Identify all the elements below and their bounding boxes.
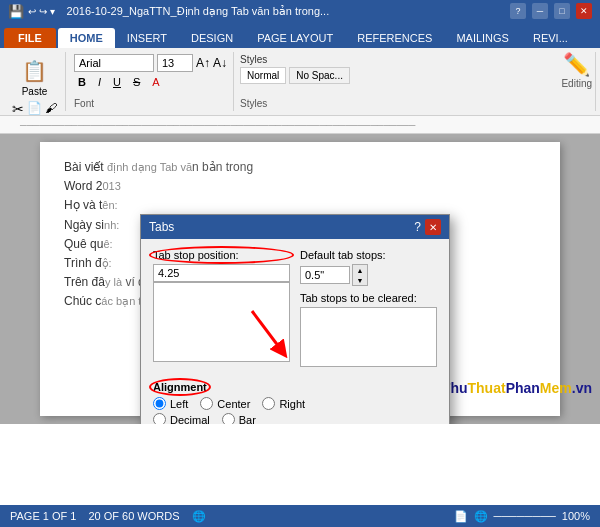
styles-group: Styles Normal No Spac... Styles xyxy=(236,52,596,111)
dialog-help-btn[interactable]: ? xyxy=(414,220,421,234)
align-center-option[interactable]: Center xyxy=(200,397,250,410)
to-clear-listbox[interactable] xyxy=(300,307,437,367)
styles-row: Normal No Spac... xyxy=(240,67,591,84)
view-web-icon[interactable]: 🌐 xyxy=(474,510,488,523)
tab-file[interactable]: FILE xyxy=(4,28,56,48)
align-right-radio[interactable] xyxy=(262,397,275,410)
styles-label: Styles xyxy=(240,96,591,109)
to-clear-section: Tab stops to be cleared: xyxy=(300,292,437,367)
copy-btn[interactable]: 📄 xyxy=(27,101,42,117)
alignment-row-2: Decimal Bar xyxy=(153,413,437,424)
align-left-radio[interactable] xyxy=(153,397,166,410)
tab-home[interactable]: HOME xyxy=(58,28,115,48)
dialog-title: Tabs xyxy=(149,220,174,234)
font-size-input[interactable]: 13 xyxy=(157,54,193,72)
align-decimal-radio[interactable] xyxy=(153,413,166,424)
editing-label: Editing xyxy=(561,78,592,89)
bold-btn[interactable]: B xyxy=(74,74,90,90)
tab-design[interactable]: DESIGN xyxy=(179,28,245,48)
font-row1: Arial 13 A↑ A↓ xyxy=(74,54,227,72)
default-stops-row: ▲ ▼ xyxy=(300,264,437,286)
align-bar-radio[interactable] xyxy=(222,413,235,424)
strikethrough-btn[interactable]: S xyxy=(129,74,144,90)
align-left-option[interactable]: Left xyxy=(153,397,188,410)
tab-page-layout[interactable]: PAGE LAYOUT xyxy=(245,28,345,48)
ruler-markings: ────────────────────────────────────────… xyxy=(20,120,415,130)
language-icon: 🌐 xyxy=(192,510,206,523)
align-right-option[interactable]: Right xyxy=(262,397,305,410)
paste-btn[interactable]: 📋 Paste xyxy=(14,54,56,99)
align-bar-option[interactable]: Bar xyxy=(222,413,256,424)
tab-stop-listbox[interactable] xyxy=(153,282,290,362)
view-print-icon[interactable]: 📄 xyxy=(454,510,468,523)
underline-btn[interactable]: U xyxy=(109,74,125,90)
tabs-dialog: Tabs ? ✕ Tab stop position: xyxy=(140,214,450,424)
help-icon[interactable]: ? xyxy=(510,3,526,19)
statusbar: PAGE 1 OF 1 20 OF 60 WORDS 🌐 📄 🌐 ───────… xyxy=(0,505,600,527)
format-painter-btn[interactable]: 🖌 xyxy=(45,101,57,117)
close-btn[interactable]: ✕ xyxy=(576,3,592,19)
font-color-btn[interactable]: A xyxy=(148,74,163,90)
dialog-overlay: Tabs ? ✕ Tab stop position: xyxy=(0,134,600,424)
tab-review[interactable]: REVI... xyxy=(521,28,580,48)
font-row2: B I U S A xyxy=(74,74,227,90)
tab-insert[interactable]: INSERT xyxy=(115,28,179,48)
statusbar-left: PAGE 1 OF 1 20 OF 60 WORDS 🌐 xyxy=(10,510,206,523)
editing-area: ✏️ Editing xyxy=(561,52,592,89)
ruler: ────────────────────────────────────────… xyxy=(0,116,600,134)
spin-down-btn[interactable]: ▼ xyxy=(353,275,367,285)
italic-btn[interactable]: I xyxy=(94,74,105,90)
no-spacing-style[interactable]: No Spac... xyxy=(289,67,350,84)
ribbon-tabs: FILE HOME INSERT DESIGN PAGE LAYOUT REFE… xyxy=(0,22,600,48)
tab-stop-col: Tab stop position: xyxy=(153,249,290,367)
ribbon: 📋 Paste ✂ 📄 🖌 Clipboard Arial 13 A↑ A↓ B… xyxy=(0,48,600,116)
default-stops-col: Default tab stops: ▲ ▼ Tab stops to be c… xyxy=(300,249,437,367)
tab-references[interactable]: REFERENCES xyxy=(345,28,444,48)
alignment-section: Alignment Left Center Righ xyxy=(153,375,437,424)
dialog-body: Tab stop position: Default tab stops: ▲ xyxy=(141,239,449,424)
alignment-row-1: Left Center Right xyxy=(153,397,437,410)
font-group: Arial 13 A↑ A↓ B I U S A Font xyxy=(68,52,234,111)
tab-mailings[interactable]: MAILINGS xyxy=(444,28,521,48)
tab-stop-input[interactable] xyxy=(153,264,290,282)
alignment-radio-group: Left Center Right Decimal xyxy=(153,397,437,424)
cut-btn[interactable]: ✂ xyxy=(12,101,24,117)
word-icon: 💾 xyxy=(8,4,24,19)
titlebar: 💾 ↩ ↪ ▾ 2016-10-29_NgaTTN_Định dạng Tab … xyxy=(0,0,600,22)
quick-access: ↩ ↪ ▾ xyxy=(28,6,55,17)
statusbar-right: 📄 🌐 ──────── 100% xyxy=(454,510,591,523)
maximize-btn[interactable]: □ xyxy=(554,3,570,19)
zoom-level: 100% xyxy=(562,510,590,522)
styles-area: Styles xyxy=(240,54,591,65)
doc-area: Bài viết định dạng Tab văn bản trong Wor… xyxy=(0,134,600,424)
default-stops-input[interactable] xyxy=(300,266,350,284)
to-clear-label: Tab stops to be cleared: xyxy=(300,292,437,304)
shrink-font-btn[interactable]: A↓ xyxy=(213,56,227,70)
tab-stop-label: Tab stop position: xyxy=(153,249,290,261)
clipboard-group: 📋 Paste ✂ 📄 🖌 Clipboard xyxy=(4,52,66,111)
alignment-label: Alignment xyxy=(153,381,207,393)
titlebar-controls: ? ─ □ ✕ xyxy=(510,3,592,19)
editing-icon: ✏️ xyxy=(563,52,590,78)
normal-style[interactable]: Normal xyxy=(240,67,286,84)
align-decimal-option[interactable]: Decimal xyxy=(153,413,210,424)
default-stops-label: Default tab stops: xyxy=(300,249,437,261)
dialog-top-row: Tab stop position: Default tab stops: ▲ xyxy=(153,249,437,367)
paste-label: Paste xyxy=(22,86,48,97)
grow-font-btn[interactable]: A↑ xyxy=(196,56,210,70)
zoom-slider[interactable]: ──────── xyxy=(494,510,556,522)
titlebar-title: 2016-10-29_NgaTTN_Định dạng Tab văn bản … xyxy=(67,5,330,18)
word-count: 20 OF 60 WORDS xyxy=(88,510,179,523)
page-info: PAGE 1 OF 1 xyxy=(10,510,76,523)
default-stops-spinner: ▲ ▼ xyxy=(352,264,368,286)
dialog-titlebar: Tabs ? ✕ xyxy=(141,215,449,239)
spin-up-btn[interactable]: ▲ xyxy=(353,265,367,275)
font-name-input[interactable]: Arial xyxy=(74,54,154,72)
minimize-btn[interactable]: ─ xyxy=(532,3,548,19)
dialog-close-btn[interactable]: ✕ xyxy=(425,219,441,235)
font-label: Font xyxy=(74,96,227,109)
align-center-radio[interactable] xyxy=(200,397,213,410)
titlebar-left: 💾 ↩ ↪ ▾ 2016-10-29_NgaTTN_Định dạng Tab … xyxy=(8,4,329,19)
paste-icon: 📋 xyxy=(20,56,50,86)
